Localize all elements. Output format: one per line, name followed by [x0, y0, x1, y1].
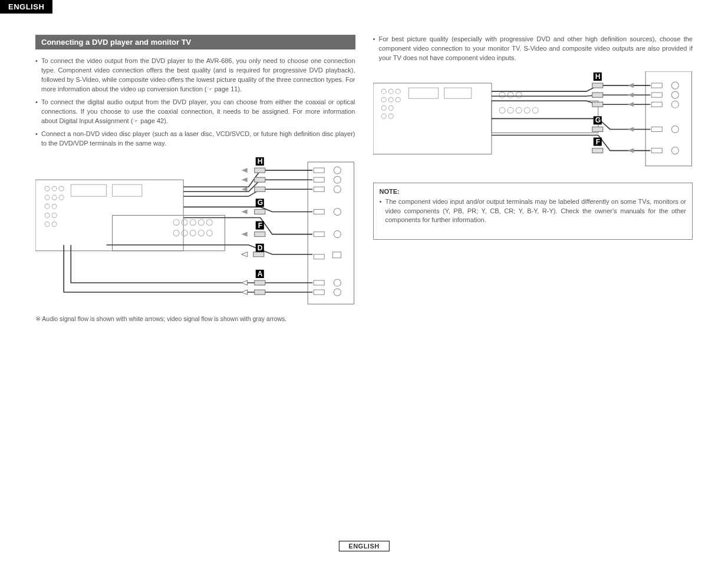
bullet-item: Connect a non-DVD video disc player (suc… [35, 130, 355, 148]
svg-text:G: G [258, 199, 263, 207]
svg-point-5 [52, 196, 57, 200]
svg-point-97 [671, 101, 678, 108]
svg-rect-18 [314, 178, 324, 183]
svg-point-99 [671, 125, 678, 133]
svg-text:G: G [595, 116, 600, 124]
svg-rect-27 [332, 252, 341, 258]
svg-point-74 [388, 97, 393, 102]
svg-point-8 [52, 204, 57, 209]
svg-point-88 [516, 107, 522, 113]
svg-rect-102 [592, 83, 602, 88]
svg-point-4 [45, 196, 50, 200]
svg-text:H: H [595, 72, 600, 81]
svg-marker-115 [627, 102, 633, 107]
svg-point-17 [334, 167, 341, 174]
diagram-left: H G F D A [35, 156, 355, 310]
svg-point-11 [45, 222, 50, 227]
svg-text:F: F [595, 137, 599, 146]
svg-rect-100 [651, 148, 662, 153]
svg-point-75 [396, 97, 400, 102]
svg-rect-22 [314, 210, 324, 214]
content-columns: Connecting a DVD player and monitor TV T… [0, 14, 728, 322]
svg-point-2 [52, 187, 57, 191]
svg-rect-106 [592, 148, 602, 153]
svg-rect-15 [308, 162, 354, 304]
svg-point-95 [671, 91, 678, 98]
svg-point-25 [334, 231, 341, 238]
svg-point-101 [671, 147, 678, 154]
svg-point-35 [190, 220, 196, 226]
connection-diagram-left: H G F D A [35, 156, 355, 310]
svg-marker-114 [627, 92, 633, 97]
svg-marker-68 [242, 290, 248, 295]
svg-point-41 [198, 230, 204, 236]
svg-text:F: F [258, 222, 262, 230]
svg-rect-104 [592, 102, 602, 107]
svg-rect-32 [113, 216, 225, 251]
svg-rect-28 [314, 280, 324, 285]
svg-point-1 [45, 187, 50, 191]
svg-rect-98 [651, 127, 662, 131]
svg-point-39 [182, 230, 187, 236]
svg-rect-96 [651, 102, 662, 107]
svg-point-71 [388, 89, 393, 94]
right-bullet-list: For best picture quality (especially wit… [373, 35, 693, 63]
svg-point-78 [381, 114, 386, 118]
bullet-item: The component video input and/or output … [380, 197, 687, 226]
svg-rect-24 [314, 232, 324, 237]
svg-rect-14 [113, 185, 142, 197]
svg-point-21 [334, 186, 341, 193]
svg-marker-116 [627, 127, 633, 131]
svg-point-89 [524, 107, 530, 113]
svg-point-72 [396, 89, 400, 94]
svg-point-84 [508, 92, 513, 98]
svg-point-87 [508, 107, 513, 113]
svg-point-31 [334, 289, 341, 296]
svg-rect-94 [651, 92, 662, 97]
note-bullet-list: The component video input and/or output … [380, 197, 687, 226]
svg-rect-103 [592, 92, 602, 97]
svg-point-38 [173, 230, 179, 236]
svg-rect-26 [314, 254, 324, 259]
svg-rect-20 [314, 187, 324, 192]
svg-marker-65 [242, 232, 248, 237]
svg-rect-16 [314, 168, 324, 173]
right-column: For best picture quality (especially wit… [373, 35, 693, 322]
svg-point-6 [59, 196, 64, 200]
svg-rect-49 [255, 280, 265, 285]
svg-rect-82 [491, 101, 598, 133]
svg-rect-92 [651, 83, 662, 88]
svg-rect-13 [71, 185, 106, 197]
svg-point-83 [499, 92, 505, 98]
svg-marker-62 [242, 178, 248, 183]
bullet-item: To connect the video output from the DVD… [35, 57, 355, 94]
svg-point-86 [499, 107, 505, 113]
svg-point-85 [516, 92, 522, 98]
svg-point-79 [388, 114, 393, 118]
connection-diagram-right: H G F [373, 71, 693, 172]
svg-rect-44 [255, 178, 265, 183]
svg-rect-81 [444, 88, 471, 98]
svg-rect-50 [255, 290, 265, 295]
svg-point-40 [190, 230, 196, 236]
svg-marker-113 [627, 83, 633, 88]
svg-marker-63 [242, 187, 248, 192]
svg-marker-66 [242, 252, 248, 257]
svg-text:H: H [258, 157, 263, 166]
svg-marker-64 [242, 210, 248, 214]
svg-rect-48 [253, 252, 264, 257]
svg-text:A: A [258, 270, 263, 278]
svg-rect-105 [592, 127, 602, 131]
left-bullet-list: To connect the video output from the DVD… [35, 57, 355, 148]
svg-rect-80 [409, 88, 438, 98]
note-box: NOTE: The component video input and/or o… [373, 183, 693, 240]
bullet-item: To connect the digital audio output from… [35, 98, 355, 126]
svg-marker-67 [242, 280, 248, 285]
svg-point-42 [206, 230, 212, 236]
svg-point-77 [388, 105, 393, 110]
svg-point-37 [206, 220, 212, 226]
svg-point-23 [334, 209, 341, 216]
svg-text:D: D [258, 244, 263, 252]
svg-marker-61 [242, 168, 248, 173]
svg-rect-46 [255, 210, 265, 214]
